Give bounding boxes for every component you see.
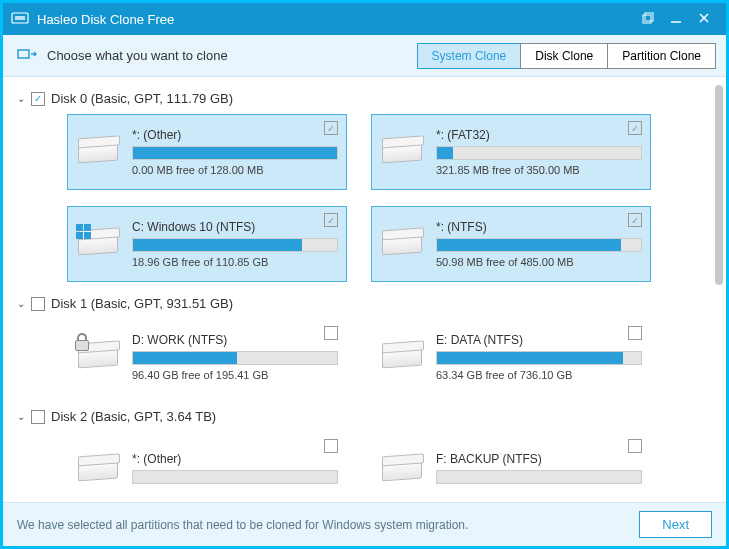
disk-label: Disk 0 (Basic, GPT, 111.79 GB) — [51, 91, 233, 106]
partition-label: D: WORK (NTFS) — [132, 333, 338, 347]
partition-free-text: 96.40 GB free of 195.41 GB — [132, 369, 338, 381]
usage-bar — [132, 146, 338, 160]
partition-checkbox[interactable] — [628, 326, 642, 340]
footer-message: We have selected all partitions that nee… — [17, 518, 639, 532]
partition-label: *: (FAT32) — [436, 128, 642, 142]
usage-bar — [436, 238, 642, 252]
scrollbar-thumb[interactable] — [715, 85, 723, 285]
svg-rect-1 — [15, 16, 25, 20]
partition-body: *: (Other) — [132, 452, 338, 488]
titlebar: Hasleo Disk Clone Free — [3, 3, 726, 35]
tab-partition-clone[interactable]: Partition Clone — [607, 43, 716, 69]
partition-free-text: 321.85 MB free of 350.00 MB — [436, 164, 642, 176]
usage-bar-fill — [437, 352, 623, 364]
toolbar: Choose what you want to clone System Clo… — [3, 35, 726, 77]
usage-bar — [132, 238, 338, 252]
partition-card[interactable]: *: (FAT32)321.85 MB free of 350.00 MB — [371, 114, 651, 190]
partition-body: E: DATA (NTFS)63.34 GB free of 736.10 GB — [436, 333, 642, 381]
partition-body: *: (NTFS)50.98 MB free of 485.00 MB — [436, 220, 642, 268]
partition-body: C: Windows 10 (NTFS)18.96 GB free of 110… — [132, 220, 338, 268]
partition-body: F: BACKUP (NTFS) — [436, 452, 642, 488]
chevron-down-icon[interactable]: ⌄ — [17, 93, 31, 104]
disk-checkbox[interactable] — [31, 92, 45, 106]
partition-label: *: (NTFS) — [436, 220, 642, 234]
usage-bar — [436, 146, 642, 160]
partition-checkbox[interactable] — [324, 213, 338, 227]
close-button[interactable] — [690, 11, 718, 27]
partition-body: D: WORK (NTFS)96.40 GB free of 195.41 GB — [132, 333, 338, 381]
partition-checkbox[interactable] — [324, 121, 338, 135]
disk-label: Disk 1 (Basic, GPT, 931.51 GB) — [51, 296, 233, 311]
partition-label: E: DATA (NTFS) — [436, 333, 642, 347]
partition-free-text: 63.34 GB free of 736.10 GB — [436, 369, 642, 381]
drive-icon — [76, 450, 122, 490]
disk-list: ⌄Disk 0 (Basic, GPT, 111.79 GB)*: (Other… — [3, 77, 726, 502]
clone-mode-tabs: System Clone Disk Clone Partition Clone — [418, 43, 716, 69]
drive-icon — [76, 132, 122, 172]
drive-icon — [380, 132, 426, 172]
toolbar-prompt: Choose what you want to clone — [47, 48, 418, 63]
disk-header[interactable]: ⌄Disk 2 (Basic, GPT, 3.64 TB) — [17, 409, 712, 424]
partition-body: *: (FAT32)321.85 MB free of 350.00 MB — [436, 128, 642, 176]
partition-card[interactable]: *: (Other) — [67, 432, 347, 502]
svg-rect-2 — [643, 15, 651, 23]
partition-card[interactable]: F: BACKUP (NTFS) — [371, 432, 651, 502]
disk-checkbox[interactable] — [31, 297, 45, 311]
partition-card[interactable]: *: (Other)0.00 MB free of 128.00 MB — [67, 114, 347, 190]
app-icon — [11, 9, 29, 30]
partition-card[interactable]: C: Windows 10 (NTFS)18.96 GB free of 110… — [67, 206, 347, 282]
chevron-down-icon[interactable]: ⌄ — [17, 298, 31, 309]
drive-icon — [380, 450, 426, 490]
partition-checkbox[interactable] — [628, 121, 642, 135]
partition-free-text: 0.00 MB free of 128.00 MB — [132, 164, 338, 176]
partition-body: *: (Other)0.00 MB free of 128.00 MB — [132, 128, 338, 176]
partition-row: *: (Other)F: BACKUP (NTFS) — [67, 432, 712, 502]
partition-label: *: (Other) — [132, 452, 338, 466]
usage-bar — [132, 470, 338, 484]
partition-label: C: Windows 10 (NTFS) — [132, 220, 338, 234]
usage-bar-fill — [437, 239, 621, 251]
next-button[interactable]: Next — [639, 511, 712, 538]
drive-icon — [76, 337, 122, 377]
disk-label: Disk 2 (Basic, GPT, 3.64 TB) — [51, 409, 216, 424]
partition-card[interactable]: E: DATA (NTFS)63.34 GB free of 736.10 GB — [371, 319, 651, 395]
restore-button[interactable] — [634, 11, 662, 27]
disk-header[interactable]: ⌄Disk 0 (Basic, GPT, 111.79 GB) — [17, 91, 712, 106]
tab-disk-clone[interactable]: Disk Clone — [520, 43, 608, 69]
app-window: Hasleo Disk Clone Free Choose what you w… — [3, 3, 726, 546]
minimize-button[interactable] — [662, 11, 690, 27]
usage-bar-fill — [437, 147, 453, 159]
usage-bar-fill — [133, 239, 302, 251]
partition-checkbox[interactable] — [324, 439, 338, 453]
tab-system-clone[interactable]: System Clone — [417, 43, 522, 69]
partition-card[interactable]: *: (NTFS)50.98 MB free of 485.00 MB — [371, 206, 651, 282]
windows-icon — [76, 224, 94, 242]
partition-checkbox[interactable] — [628, 439, 642, 453]
disk-header[interactable]: ⌄Disk 1 (Basic, GPT, 931.51 GB) — [17, 296, 712, 311]
drive-icon — [380, 337, 426, 377]
footer: We have selected all partitions that nee… — [3, 502, 726, 546]
partition-label: F: BACKUP (NTFS) — [436, 452, 642, 466]
partition-free-text: 18.96 GB free of 110.85 GB — [132, 256, 338, 268]
usage-bar-fill — [133, 147, 337, 159]
usage-bar — [436, 351, 642, 365]
usage-bar-fill — [133, 352, 237, 364]
partition-checkbox[interactable] — [324, 326, 338, 340]
drive-icon — [76, 224, 122, 264]
partition-row: *: (Other)0.00 MB free of 128.00 MB*: (F… — [67, 114, 712, 282]
partition-card[interactable]: D: WORK (NTFS)96.40 GB free of 195.41 GB — [67, 319, 347, 395]
partition-free-text: 50.98 MB free of 485.00 MB — [436, 256, 642, 268]
drive-icon — [380, 224, 426, 264]
usage-bar — [132, 351, 338, 365]
app-title: Hasleo Disk Clone Free — [37, 12, 634, 27]
svg-rect-3 — [645, 13, 653, 21]
disk-checkbox[interactable] — [31, 410, 45, 424]
usage-bar — [436, 470, 642, 484]
chevron-down-icon[interactable]: ⌄ — [17, 411, 31, 422]
clone-icon — [17, 44, 37, 68]
partition-label: *: (Other) — [132, 128, 338, 142]
partition-checkbox[interactable] — [628, 213, 642, 227]
partition-row: D: WORK (NTFS)96.40 GB free of 195.41 GB… — [67, 319, 712, 395]
svg-rect-7 — [18, 50, 29, 58]
lock-icon — [74, 333, 88, 349]
